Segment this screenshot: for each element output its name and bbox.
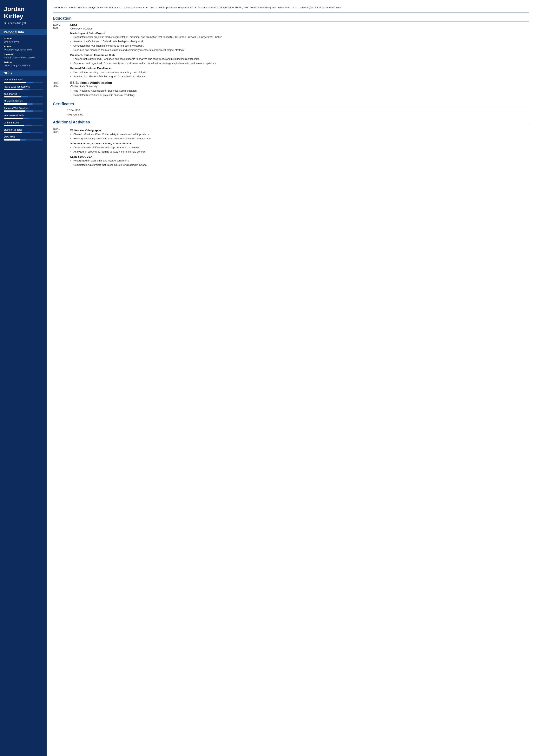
personal-info-heading: Personal Info [0, 29, 46, 35]
certificates-section: Certificates ECBA, IIBAAWS Certified [53, 102, 529, 116]
skill-name: financial modeling [4, 78, 43, 81]
activity-bullets: Drove vanloads of 50+ cats and dogs per … [70, 146, 529, 154]
entry-school: Florida State University [70, 85, 529, 88]
bullet-item: Completed Eagle project that raised $4,3… [73, 163, 529, 167]
entry-dates: 2015 - 2019 [53, 127, 67, 168]
education-heading: Education [53, 16, 529, 21]
candidate-title: Business Analyst [4, 21, 43, 25]
skill-name: future state assessment [4, 85, 43, 88]
entry-content: BS Business AdministrationFlorida State … [70, 81, 529, 98]
skill-name: attention to detail [4, 128, 43, 131]
entry: 2013 - 2017BS Business AdministrationFlo… [53, 81, 529, 98]
bullet-item: Vice President, Association for Business… [73, 89, 529, 93]
bullet-item: Supported and organized 10+ club events … [73, 61, 529, 65]
skill-bar [4, 125, 43, 126]
personal-info-section: Phone 305-730-3464 E-mail jordanzkirtley… [4, 37, 43, 67]
skill-name: work ethic [4, 136, 43, 138]
bullet-item: Recruited and managed team of 5 students… [73, 48, 529, 52]
linkedin-value: linkedin.com/in/jordanzkirtley [4, 56, 43, 59]
activity-sub-title: Eagle Scout, BSA [70, 155, 529, 158]
entry-bullets: Led energetic group of 30+ engaged busin… [70, 57, 529, 65]
skill-bar [4, 96, 43, 98]
bullet-item: Conducted rigorous financial modeling to… [73, 44, 529, 48]
certificate-item: AWS Certified [53, 113, 529, 116]
entry: 2017 - 2019MBAUniversity of MiamiMarketi… [53, 23, 529, 79]
bullet-item: Recognized for work ethic and interperso… [73, 159, 529, 163]
bullet-item: Chased rafts down Class V rivers daily t… [73, 132, 529, 136]
entry-dates: 2013 - 2017 [53, 81, 67, 98]
skills-section: financial modeling future state assessme… [4, 78, 43, 141]
bullet-item: Completed 6-credit senior project in fin… [73, 93, 529, 97]
main-content: Insightful entry-level business analyst … [46, 0, 535, 756]
entry-school: University of Miami [70, 27, 529, 30]
entry-sub-title: Marketing and Sales Project [70, 32, 529, 35]
skill-name: gap analysis [4, 93, 43, 95]
activity-bullets: Chased rafts down Class V rivers daily t… [70, 132, 529, 141]
bullet-item: Drove vanloads of 50+ cats and dogs per … [73, 146, 529, 150]
activity-bullets: Recognized for work ethic and interperso… [70, 159, 529, 167]
skill-name: interpersonal skills [4, 114, 43, 117]
skill-bar [4, 110, 43, 112]
skill-item: interpersonal skills [4, 114, 43, 119]
summary-text: Insightful entry-level business analyst … [53, 5, 529, 13]
activity-sub-title: Volunteer Driver, Broward County Animal … [70, 142, 529, 145]
skill-name: communication [4, 121, 43, 124]
skill-name: Microsoft BI Suite [4, 100, 43, 102]
activity-entry: 2015 - 2019Whitewater VideographerChased… [53, 127, 529, 168]
bullet-item: Led energetic group of 30+ engaged busin… [73, 57, 529, 61]
bullet-item: Analyzed & restructured loading to fit 2… [73, 150, 529, 154]
candidate-name: Jordan Kirtley [4, 5, 43, 20]
skill-item: work ethic [4, 136, 43, 141]
certificates-heading: Certificates [53, 102, 529, 107]
skill-bar [4, 139, 43, 141]
activity-sub-title: Whitewater Videographer [70, 129, 529, 132]
entry-degree: BS Business Administration [70, 81, 529, 85]
skills-heading: Skills [0, 70, 46, 76]
entry-dates: 2017 - 2019 [53, 23, 67, 79]
entry-content: MBAUniversity of MiamiMarketing and Sale… [70, 23, 529, 79]
skill-name: Amazon Web Services [4, 107, 43, 110]
entry-sub-title: Pursued Educational Excellence [70, 67, 529, 70]
bullet-item: Awarded the Catherine L. Gallardo schola… [73, 40, 529, 43]
entry-content: Whitewater VideographerChased rafts down… [70, 127, 529, 168]
skill-item: financial modeling [4, 78, 43, 83]
education-section: Education 2017 - 2019MBAUniversity of Mi… [53, 16, 529, 98]
twitter-label: Twitter [4, 61, 43, 64]
skill-bar [4, 89, 43, 90]
entry-degree: MBA [70, 23, 529, 27]
phone-label: Phone [4, 37, 43, 40]
skill-item: Microsoft BI Suite [4, 100, 43, 105]
entry-bullets: Excelled in accounting, macroeconomics, … [70, 70, 529, 78]
skill-item: communication [4, 121, 43, 126]
skill-bar [4, 103, 43, 105]
sidebar: Jordan Kirtley Business Analyst Personal… [0, 0, 46, 756]
activities-section: Additional Activities 2015 - 2019Whitewa… [53, 120, 529, 168]
skill-item: gap analysis [4, 93, 43, 98]
activities-heading: Additional Activities [53, 120, 529, 126]
bullet-item: Admitted into Masters Scholar program fo… [73, 74, 529, 78]
linkedin-label: LinkedIn [4, 53, 43, 56]
bullet-item: Conducted senior project in market segme… [73, 35, 529, 39]
bullet-item: Excelled in accounting, macroeconomics, … [73, 70, 529, 74]
bullet-item: Redesigned pricing scheme to reap 40% mo… [73, 137, 529, 141]
skill-item: future state assessment [4, 85, 43, 90]
skill-bar [4, 82, 43, 83]
phone-value: 305-730-3464 [4, 41, 43, 43]
email-label: E-mail [4, 45, 43, 48]
email-value: jordanzkirtley@gmail.com [4, 48, 43, 51]
entry-sub-title: President, Student Economics Club [70, 54, 529, 56]
skill-item: Amazon Web Services [4, 107, 43, 112]
twitter-value: twitter.com/jordanzkirtley [4, 64, 43, 67]
skill-bar [4, 132, 43, 133]
certificate-item: ECBA, IIBA [53, 109, 529, 112]
entry-bullets: Vice President, Association for Business… [70, 89, 529, 97]
skill-item: attention to detail [4, 128, 43, 133]
entry-bullets: Conducted senior project in market segme… [70, 35, 529, 52]
skill-bar [4, 118, 43, 119]
